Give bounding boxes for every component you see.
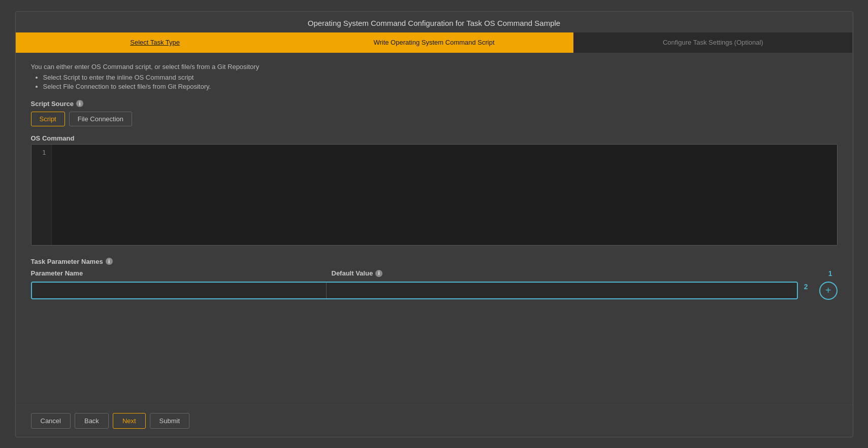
add-parameter-button[interactable]: + (819, 282, 838, 300)
script-source-info-icon[interactable]: i (76, 100, 83, 107)
main-content: You can either enter OS Command script, … (16, 53, 853, 404)
default-value-info-icon[interactable]: i (375, 270, 382, 277)
param-input-wrapper (31, 282, 798, 299)
param-default-col-header: Default Value i (332, 269, 822, 277)
title-text: Operating System Command Configuration f… (308, 19, 560, 27)
os-command-textarea[interactable] (52, 145, 837, 245)
wizard-step-select-task-type[interactable]: Select Task Type (16, 32, 295, 53)
bullet-1: Select Script to enter the inline OS Com… (43, 74, 838, 81)
script-source-buttons: Script File Connection (31, 112, 838, 126)
wizard-step-configure-settings: Configure Task Settings (Optional) (573, 32, 852, 53)
task-parameters-section: Task Parameter Names i Parameter Name De… (31, 258, 838, 300)
parameter-row: 2 + (31, 282, 838, 300)
param-name-col-header: Parameter Name (31, 269, 326, 277)
line-numbers: 1 (31, 145, 52, 245)
cancel-button[interactable]: Cancel (31, 413, 71, 429)
parameter-name-input[interactable] (32, 283, 327, 298)
main-window: Operating System Command Configuration f… (15, 11, 853, 437)
submit-button[interactable]: Submit (150, 413, 189, 429)
task-parameter-names-label: Task Parameter Names i (31, 258, 838, 265)
script-source-label: Script Source i (31, 100, 838, 108)
footer: Cancel Back Next Submit (16, 404, 853, 437)
intro-line1: You can either enter OS Command script, … (31, 63, 838, 71)
next-button[interactable]: Next (113, 413, 146, 429)
os-command-label: OS Command (31, 134, 838, 142)
wizard-steps: Select Task Type Write Operating System … (16, 32, 853, 53)
parameter-default-value-input[interactable] (327, 283, 797, 298)
param-number-1: 1 (828, 269, 838, 278)
window-title: Operating System Command Configuration f… (16, 12, 853, 32)
task-parameters-info-icon[interactable]: i (106, 258, 113, 265)
os-command-editor: 1 (31, 144, 838, 246)
bullet-2: Select File Connection to select file/s … (43, 83, 838, 90)
script-button[interactable]: Script (31, 112, 65, 126)
intro-bullets: Select Script to enter the inline OS Com… (31, 74, 838, 92)
file-connection-button[interactable]: File Connection (69, 112, 132, 126)
param-number-2: 2 (804, 283, 808, 291)
wizard-step-write-script[interactable]: Write Operating System Command Script (295, 32, 573, 53)
back-button[interactable]: Back (75, 413, 109, 429)
param-col-headers: Parameter Name Default Value i 1 (31, 269, 838, 278)
